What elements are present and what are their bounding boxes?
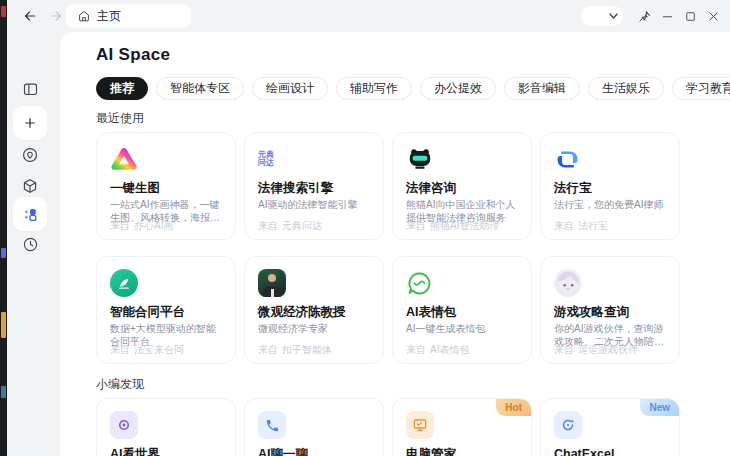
category-tabs: 推荐 智能体专区 绘画设计 辅助写作 办公提效 影音编辑 生活娱乐 学习教育 法… xyxy=(96,77,730,100)
close-button[interactable] xyxy=(702,5,724,27)
app-card-source: 来自元典问达 xyxy=(258,219,322,233)
clock-icon xyxy=(22,236,39,253)
compass-pin-icon xyxy=(21,146,39,164)
pin-icon xyxy=(637,9,652,24)
new-tab-button[interactable] xyxy=(13,106,47,140)
rainbow-triangle-icon xyxy=(110,145,140,173)
tab-media-editing[interactable]: 影音编辑 xyxy=(504,77,580,100)
orange-monitor-icon xyxy=(406,411,436,439)
app-card-source: 来自AI表情包 xyxy=(406,343,469,357)
app-card-source: 来自扣子智能体 xyxy=(258,343,332,357)
app-card-title: 智能合同平台 xyxy=(110,305,223,319)
sidebar-history-button[interactable] xyxy=(13,227,47,261)
app-card-title: 法律咨询 xyxy=(406,181,519,195)
app-card-title: 法行宝 xyxy=(554,181,667,195)
main-content: AI Space 推荐 智能体专区 绘画设计 辅助写作 办公提效 影音编辑 生活… xyxy=(60,32,730,456)
pin-button[interactable] xyxy=(633,5,655,27)
close-icon xyxy=(707,10,720,23)
profile-pill[interactable] xyxy=(581,6,623,26)
app-card-ai-chat[interactable]: AI聊一聊 xyxy=(244,398,384,456)
sidebar-panel-icon xyxy=(22,81,39,98)
app-card-title: 游戏攻略查询 xyxy=(554,305,667,319)
home-icon xyxy=(77,9,91,23)
app-card-smart-contract[interactable]: 智能合同平台 数据+大模型驱动的智能合同平台 来自法宝来合同 xyxy=(96,256,236,364)
sidebar-panel-toggle-button[interactable] xyxy=(13,72,47,106)
tab-writing-assist[interactable]: 辅助写作 xyxy=(336,77,412,100)
app-card-desc: AI驱动的法律智能引擎 xyxy=(258,199,371,212)
background-window-edge xyxy=(0,0,7,456)
tab-recommended[interactable]: 推荐 xyxy=(96,77,148,100)
tab-office-productivity[interactable]: 办公提效 xyxy=(420,77,496,100)
blue-circular-arrow-icon xyxy=(554,411,584,439)
app-card-ai-see-world[interactable]: AI看世界 xyxy=(96,398,236,456)
app-card-title: AI聊一聊 xyxy=(258,447,371,456)
plus-icon xyxy=(22,115,38,131)
app-card-source: 来自法行宝 xyxy=(554,219,608,233)
app-card-desc: AI一键生成表情包 xyxy=(406,323,519,336)
forward-button[interactable] xyxy=(47,7,65,25)
app-card-chatexcel[interactable]: New ChatExcel xyxy=(540,398,680,456)
sidebar-explore-button[interactable] xyxy=(13,138,47,172)
app-card-desc: 法行宝，您的免费AI律师 xyxy=(554,199,667,212)
page-title: AI Space xyxy=(96,46,730,64)
tab-drawing-design[interactable]: 绘画设计 xyxy=(252,77,328,100)
panda-logo-icon xyxy=(406,145,436,173)
hot-badge: Hot xyxy=(496,399,531,416)
new-badge: New xyxy=(640,399,679,416)
minimize-button[interactable] xyxy=(656,5,678,27)
tab-agents[interactable]: 智能体专区 xyxy=(156,77,244,100)
app-card-source: 来自法宝来合同 xyxy=(110,343,184,357)
chevron-down-icon xyxy=(609,13,618,19)
app-card-title: AI看世界 xyxy=(110,447,223,456)
back-arrow-icon xyxy=(22,8,38,24)
app-card-game-guide[interactable]: 游戏攻略查询 你的AI游戏伙伴，查询游戏攻略、二次元人物陪你梦幻畅聊 来自逗逗游… xyxy=(540,256,680,364)
app-card-ai-stickers[interactable]: AI表情包 AI一键生成表情包 来自AI表情包 xyxy=(392,256,532,364)
app-card-source: 来自逗逗游戏伙伴 xyxy=(554,343,638,357)
purple-eye-icon xyxy=(110,411,140,439)
app-card-source: 来自熊猫AI智法助理 xyxy=(406,219,499,233)
professor-avatar-icon xyxy=(258,269,288,297)
app-card-title: 一键生图 xyxy=(110,181,223,195)
recent-cards-grid: 一键生图 一站式AI作画神器，一键生图、风格转换，海报编辑，轻松帮您… 来自亦心… xyxy=(96,132,730,364)
maximize-button[interactable] xyxy=(679,5,701,27)
forward-arrow-icon xyxy=(48,8,64,24)
back-button[interactable] xyxy=(21,7,39,25)
app-card-legal-search-engine[interactable]: 元典 问达 法律搜索引擎 AI驱动的法律智能引擎 来自元典问达 xyxy=(244,132,384,240)
app-card-title: AI表情包 xyxy=(406,305,519,319)
cube-icon xyxy=(21,177,39,195)
editor-picks-grid: AI看世界 AI聊一聊 Hot xyxy=(96,398,730,456)
app-card-desc: 微观经济学专家 xyxy=(258,323,371,336)
sidebar-ai-space-button-active[interactable] xyxy=(13,197,47,231)
section-label-editor-picks: 小编发现 xyxy=(96,377,730,391)
faxingbao-logo-icon xyxy=(554,145,584,173)
section-label-recent: 最近使用 xyxy=(96,111,730,125)
app-card-source: 来自亦心AI画 xyxy=(110,219,173,233)
titlebar: 主页 xyxy=(7,0,730,32)
app-card-pc-manager[interactable]: Hot 电脑管家 xyxy=(392,398,532,456)
yuandian-wenda-logo-icon: 元典 问达 xyxy=(258,145,288,173)
app-card-title: 法律搜索引擎 xyxy=(258,181,371,195)
sticker-bubble-logo-icon xyxy=(406,269,436,297)
sidebar xyxy=(7,32,60,456)
anime-avatar-icon xyxy=(554,269,584,297)
maximize-icon xyxy=(684,10,697,23)
app-card-legal-consult[interactable]: 法律咨询 熊猫AI向中国企业和个人提供智能法律咨询服务 来自熊猫AI智法助理 xyxy=(392,132,532,240)
app-card-one-click-image[interactable]: 一键生图 一站式AI作画神器，一键生图、风格转换，海报编辑，轻松帮您… 来自亦心… xyxy=(96,132,236,240)
app-card-title: 电脑管家 xyxy=(406,447,519,456)
ai-space-grid-icon xyxy=(21,205,40,224)
blue-phone-icon xyxy=(258,411,288,439)
app-card-economics-professor[interactable]: 微观经济陈教授 微观经济学专家 来自扣子智能体 xyxy=(244,256,384,364)
green-contract-logo-icon xyxy=(110,269,140,297)
app-card-title: ChatExcel xyxy=(554,447,667,456)
tab-title: 主页 xyxy=(97,8,121,25)
tab-life-entertainment[interactable]: 生活娱乐 xyxy=(588,77,664,100)
tab-learning-education[interactable]: 学习教育 xyxy=(672,77,730,100)
minimize-icon xyxy=(661,10,674,23)
app-card-faxingbao[interactable]: 法行宝 法行宝，您的免费AI律师 来自法行宝 xyxy=(540,132,680,240)
app-card-title: 微观经济陈教授 xyxy=(258,305,371,319)
home-tab[interactable]: 主页 xyxy=(66,4,191,28)
